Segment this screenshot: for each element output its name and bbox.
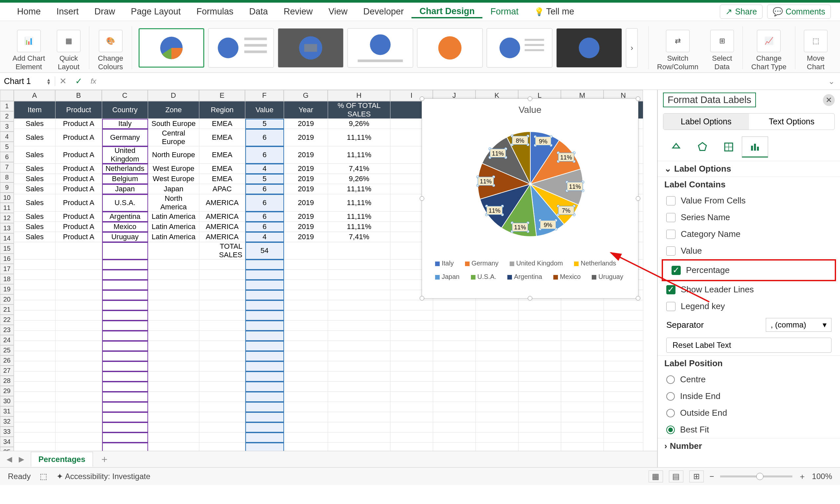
- row-header-2[interactable]: 2: [0, 111, 14, 121]
- effects-icon[interactable]: [689, 137, 716, 158]
- opt-series-name[interactable]: Series Name: [658, 209, 840, 226]
- reset-label-text-button[interactable]: Reset Label Text: [666, 338, 832, 353]
- tab-page-layout[interactable]: Page Layout: [123, 5, 189, 18]
- row-header-14[interactable]: 14: [0, 233, 14, 244]
- chart-style-3[interactable]: [278, 28, 344, 68]
- col-header-G[interactable]: G: [284, 90, 328, 101]
- row-header-27[interactable]: 27: [0, 365, 14, 376]
- label-options-icon[interactable]: [742, 137, 768, 158]
- tab-label-options[interactable]: Label Options: [663, 113, 749, 130]
- change-colours[interactable]: 🎨 Change Colours: [92, 24, 129, 71]
- row-header-20[interactable]: 20: [0, 294, 14, 305]
- select-data[interactable]: ⊞ Select Data: [704, 24, 740, 71]
- row-header-8[interactable]: 8: [0, 172, 14, 182]
- row-header-18[interactable]: 18: [0, 274, 14, 284]
- row-header-13[interactable]: 13: [0, 223, 14, 233]
- zoom-out-icon[interactable]: −: [710, 472, 714, 481]
- zoom-level[interactable]: 100%: [812, 472, 832, 481]
- row-header-6[interactable]: 6: [0, 152, 14, 162]
- add-sheet-icon[interactable]: ＋: [100, 452, 109, 466]
- sheet-next-icon[interactable]: ▶: [19, 455, 24, 464]
- row-header-31[interactable]: 31: [0, 406, 14, 416]
- chart-style-5[interactable]: [417, 28, 483, 68]
- tab-chart-design[interactable]: Chart Design: [412, 5, 483, 18]
- page-break-view-icon[interactable]: ⊞: [689, 470, 704, 482]
- row-header-30[interactable]: 30: [0, 396, 14, 406]
- tab-format[interactable]: Format: [483, 5, 526, 18]
- pos-centre[interactable]: Centre: [658, 371, 840, 388]
- row-header-19[interactable]: 19: [0, 284, 14, 294]
- row-header-1[interactable]: 1: [0, 101, 14, 111]
- tab-developer[interactable]: Developer: [355, 5, 412, 18]
- move-chart[interactable]: ⬚ Move Chart: [798, 24, 834, 71]
- legend-item[interactable]: Mexico: [553, 273, 581, 281]
- pos-inside-end[interactable]: Inside End: [658, 388, 840, 404]
- row-header-22[interactable]: 22: [0, 315, 14, 325]
- row-header-24[interactable]: 24: [0, 335, 14, 345]
- row-header-7[interactable]: 7: [0, 162, 14, 172]
- opt-leader-lines[interactable]: ✓Show Leader Lines: [658, 281, 840, 298]
- chart-styles-gallery[interactable]: ›: [135, 24, 646, 71]
- chart-legend[interactable]: ItalyGermanyUnited KingdomNetherlandsJap…: [422, 255, 638, 285]
- pos-outside-end[interactable]: Outside End: [658, 404, 840, 421]
- col-header-E[interactable]: E: [199, 90, 245, 101]
- zoom-slider[interactable]: [720, 475, 792, 478]
- close-pane-icon[interactable]: ✕: [823, 94, 835, 106]
- row-header-28[interactable]: 28: [0, 376, 14, 386]
- row-header-15[interactable]: 15: [0, 244, 14, 254]
- add-chart-element[interactable]: 📊 Add Chart Element: [6, 24, 51, 71]
- switch-row-column[interactable]: ⇄ Switch Row/Column: [651, 24, 704, 71]
- col-header-D[interactable]: D: [148, 90, 199, 101]
- sheet-prev-icon[interactable]: ◀: [6, 455, 12, 464]
- row-header-34[interactable]: 34: [0, 437, 14, 447]
- legend-item[interactable]: Argentina: [507, 273, 542, 281]
- row-header-11[interactable]: 11: [0, 203, 14, 213]
- tell-me[interactable]: 💡Tell me: [526, 5, 582, 18]
- row-header-33[interactable]: 33: [0, 427, 14, 437]
- row-header-32[interactable]: 32: [0, 416, 14, 427]
- opt-value-from-cells[interactable]: Value From Cells: [658, 192, 840, 209]
- row-header-4[interactable]: 4: [0, 131, 14, 142]
- row-header-9[interactable]: 9: [0, 182, 14, 193]
- col-header-H[interactable]: H: [328, 90, 390, 101]
- macro-record-icon[interactable]: ⬚: [40, 472, 47, 481]
- tab-formulas[interactable]: Formulas: [189, 5, 241, 18]
- cancel-formula-icon[interactable]: ✕: [55, 76, 71, 86]
- legend-item[interactable]: Italy: [435, 259, 454, 267]
- pos-best-fit[interactable]: Best Fit: [658, 421, 840, 438]
- name-box[interactable]: Chart 1 ▲▼: [0, 76, 55, 86]
- zoom-in-icon[interactable]: ＋: [798, 471, 806, 482]
- quick-layout[interactable]: ▦ Quick Layout: [51, 24, 86, 71]
- tab-home[interactable]: Home: [9, 5, 49, 18]
- opt-percentage[interactable]: ✓Percentage: [663, 262, 835, 278]
- row-header-21[interactable]: 21: [0, 305, 14, 315]
- share-button[interactable]: ↗Share: [720, 5, 763, 19]
- row-header-3[interactable]: 3: [0, 121, 14, 131]
- tab-draw[interactable]: Draw: [87, 5, 123, 18]
- row-header-25[interactable]: 25: [0, 345, 14, 355]
- chart-style-6[interactable]: [487, 28, 552, 68]
- name-box-spinner[interactable]: ▲▼: [46, 78, 51, 85]
- legend-item[interactable]: Germany: [465, 259, 498, 267]
- tab-review[interactable]: Review: [276, 5, 321, 18]
- legend-item[interactable]: Japan: [435, 273, 460, 281]
- col-header-B[interactable]: B: [55, 90, 102, 101]
- chart-style-7[interactable]: [556, 28, 622, 68]
- size-icon[interactable]: [716, 137, 742, 158]
- accessibility-status[interactable]: ✦ Accessibility: Investigate: [56, 472, 150, 481]
- fill-line-icon[interactable]: [663, 137, 689, 158]
- page-layout-view-icon[interactable]: ▤: [669, 470, 683, 482]
- normal-view-icon[interactable]: ▦: [649, 470, 663, 482]
- legend-item[interactable]: Uruguay: [592, 273, 623, 281]
- row-header-17[interactable]: 17: [0, 264, 14, 274]
- separator-select[interactable]: , (comma)▾: [766, 318, 832, 332]
- sheet-tab-percentages[interactable]: Percentages: [31, 452, 93, 467]
- fx-icon[interactable]: fx: [87, 77, 100, 86]
- legend-item[interactable]: United Kingdom: [510, 259, 563, 267]
- legend-item[interactable]: Netherlands: [574, 259, 616, 267]
- col-header-C[interactable]: C: [102, 90, 148, 101]
- col-header-F[interactable]: F: [245, 90, 284, 101]
- row-header-10[interactable]: 10: [0, 193, 14, 203]
- number-section[interactable]: ›Number: [658, 438, 840, 454]
- worksheet[interactable]: ABCDEFGHIJKLMN 1234567891011121314151617…: [0, 90, 658, 467]
